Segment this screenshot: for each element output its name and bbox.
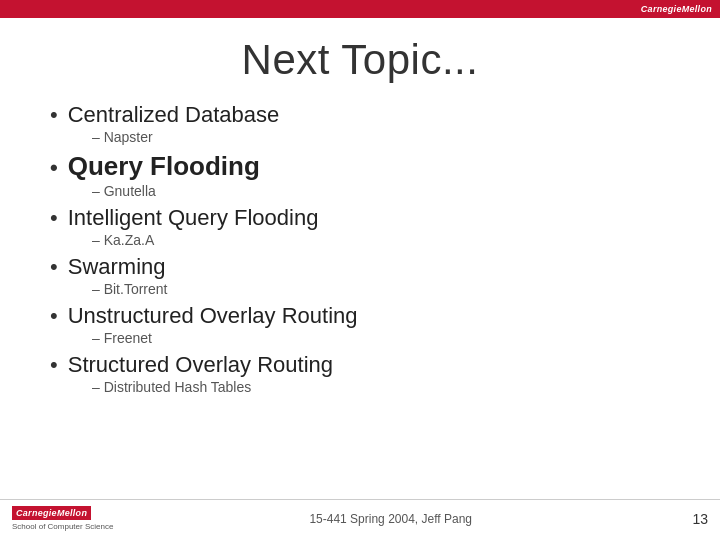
sub-item-query-flooding: – Gnutella — [92, 183, 670, 199]
footer-cmu-logo-text: CarnegieMellon — [12, 506, 91, 520]
bullet-text-unstructured-overlay-routing: Unstructured Overlay Routing — [68, 303, 358, 329]
bullet-dot-query-flooding: • — [50, 155, 58, 181]
sub-item-centralized-database: – Napster — [92, 129, 670, 145]
footer-school-text: School of Computer Science — [12, 522, 113, 532]
footer-logo-area: CarnegieMellon School of Computer Scienc… — [12, 506, 113, 532]
bullet-item-structured-overlay-routing: •Structured Overlay Routing– Distributed… — [50, 352, 670, 395]
bullet-item-unstructured-overlay-routing: •Unstructured Overlay Routing– Freenet — [50, 303, 670, 346]
bullet-dot-swarming: • — [50, 254, 58, 280]
bullet-text-intelligent-query-flooding: Intelligent Query Flooding — [68, 205, 319, 231]
sub-item-unstructured-overlay-routing: – Freenet — [92, 330, 670, 346]
top-bar: CarnegieMellon — [0, 0, 720, 18]
sub-item-structured-overlay-routing: – Distributed Hash Tables — [92, 379, 670, 395]
bullet-item-swarming: •Swarming– Bit.Torrent — [50, 254, 670, 297]
footer-cmu-logo: CarnegieMellon — [12, 506, 91, 520]
bullet-dot-unstructured-overlay-routing: • — [50, 303, 58, 329]
footer-center-text: 15-441 Spring 2004, Jeff Pang — [113, 512, 668, 526]
slide: CarnegieMellon Next Topic... •Centralize… — [0, 0, 720, 540]
bullet-list: •Centralized Database– Napster•Query Flo… — [50, 102, 670, 499]
bullet-dot-centralized-database: • — [50, 102, 58, 128]
top-bar-logo: CarnegieMellon — [641, 4, 712, 14]
bullet-text-centralized-database: Centralized Database — [68, 102, 280, 128]
sub-item-swarming: – Bit.Torrent — [92, 281, 670, 297]
bullet-text-swarming: Swarming — [68, 254, 166, 280]
bullet-item-intelligent-query-flooding: •Intelligent Query Flooding– Ka.Za.A — [50, 205, 670, 248]
sub-item-intelligent-query-flooding: – Ka.Za.A — [92, 232, 670, 248]
bullet-item-query-flooding: •Query Flooding– Gnutella — [50, 151, 670, 199]
footer-page-number: 13 — [668, 511, 708, 527]
slide-title: Next Topic... — [50, 36, 670, 84]
bullet-text-structured-overlay-routing: Structured Overlay Routing — [68, 352, 333, 378]
bullet-text-query-flooding: Query Flooding — [68, 151, 260, 182]
bullet-dot-intelligent-query-flooding: • — [50, 205, 58, 231]
slide-content: Next Topic... •Centralized Database– Nap… — [0, 18, 720, 499]
footer: CarnegieMellon School of Computer Scienc… — [0, 499, 720, 540]
bullet-dot-structured-overlay-routing: • — [50, 352, 58, 378]
bullet-item-centralized-database: •Centralized Database– Napster — [50, 102, 670, 145]
